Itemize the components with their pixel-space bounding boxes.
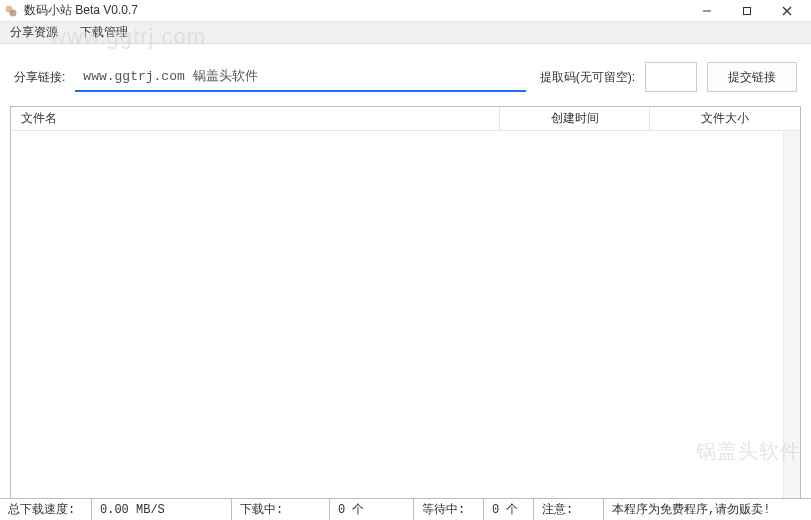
titlebar: 数码小站 Beta V0.0.7 — [0, 0, 811, 22]
submit-button[interactable]: 提交链接 — [707, 62, 797, 92]
share-link-input[interactable] — [75, 62, 525, 92]
status-notice-label: 注意: — [534, 499, 604, 520]
status-waiting-label: 等待中: — [414, 499, 484, 520]
app-icon — [4, 4, 18, 18]
vertical-scrollbar[interactable] — [783, 131, 800, 501]
close-button[interactable] — [767, 0, 807, 22]
menu-download-manage[interactable]: 下载管理 — [76, 22, 132, 43]
window-title: 数码小站 Beta V0.0.7 — [24, 2, 687, 19]
svg-point-1 — [10, 9, 17, 16]
status-speed-value: 0.00 MB/S — [92, 499, 232, 520]
minimize-button[interactable] — [687, 0, 727, 22]
status-speed-label: 总下载速度: — [0, 499, 92, 520]
share-link-label: 分享链接: — [14, 69, 65, 86]
statusbar: 总下载速度: 0.00 MB/S 下载中: 0 个 等待中: 0 个 注意: 本… — [0, 498, 811, 520]
svg-rect-3 — [744, 7, 751, 14]
column-file-size[interactable]: 文件大小 — [650, 107, 800, 130]
column-create-time[interactable]: 创建时间 — [500, 107, 650, 130]
table-header: 文件名 创建时间 文件大小 — [11, 107, 800, 131]
menu-share-resource[interactable]: 分享资源 — [6, 22, 62, 43]
maximize-button[interactable] — [727, 0, 767, 22]
file-table: 文件名 创建时间 文件大小 — [10, 106, 801, 502]
status-downloading-value: 0 个 — [330, 499, 414, 520]
menubar: 分享资源 下载管理 — [0, 22, 811, 44]
extract-code-input[interactable] — [645, 62, 697, 92]
status-notice-text: 本程序为免费程序,请勿贩卖! — [604, 499, 811, 520]
column-filename[interactable]: 文件名 — [11, 107, 500, 130]
status-downloading-label: 下载中: — [232, 499, 330, 520]
extract-code-label: 提取码(无可留空): — [540, 69, 635, 86]
status-waiting-value: 0 个 — [484, 499, 534, 520]
window-controls — [687, 0, 807, 22]
input-row: 分享链接: 提取码(无可留空): 提交链接 — [0, 44, 811, 106]
